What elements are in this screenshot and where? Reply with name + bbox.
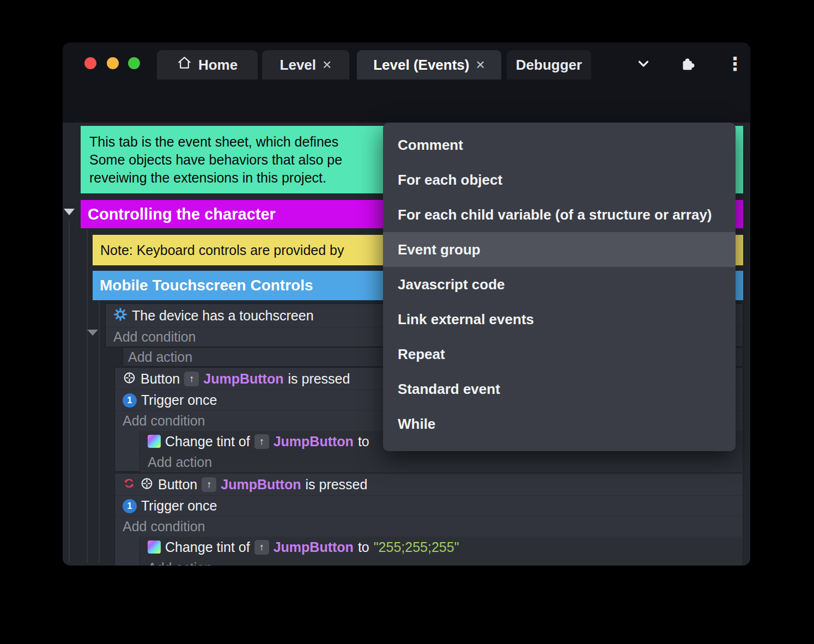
add-event-context-menu: Comment For each object For each child v… xyxy=(383,123,736,451)
tree-guide-line xyxy=(87,229,88,563)
tab-debugger[interactable]: Debugger xyxy=(507,50,591,80)
close-window-button[interactable] xyxy=(84,57,96,69)
extensions-puzzle-icon[interactable] xyxy=(677,54,697,73)
tree-guide-line xyxy=(99,300,100,563)
add-action-row[interactable]: Add action xyxy=(140,452,743,472)
chevron-down-icon[interactable] xyxy=(634,54,653,73)
minimize-window-button[interactable] xyxy=(107,57,119,69)
kebab-menu-icon[interactable]: ⋮ xyxy=(725,54,745,73)
tab-level-events[interactable]: Level (Events) × xyxy=(357,50,501,80)
gamepad-button-icon xyxy=(123,371,136,387)
tab-home[interactable]: Home xyxy=(157,50,258,80)
home-icon xyxy=(177,56,192,74)
tint-color-icon xyxy=(148,435,161,448)
menu-item-while[interactable]: While xyxy=(383,406,736,441)
menu-item-standard-event[interactable]: Standard event xyxy=(383,372,736,406)
title-bar: Home Level × Level (Events) × Debugger ⋮ xyxy=(63,42,750,80)
tab-level[interactable]: Level × xyxy=(262,50,349,80)
close-tab-icon[interactable]: × xyxy=(476,57,484,72)
action-text: Change tint of xyxy=(165,434,250,449)
object-thumbnail-icon: ↑ xyxy=(254,540,269,555)
gamepad-button-icon xyxy=(140,477,154,493)
condition-text: Trigger once xyxy=(141,498,217,514)
menu-item-event-group[interactable]: Event group xyxy=(383,232,736,267)
menu-item-repeat[interactable]: Repeat xyxy=(383,337,736,372)
toolbar xyxy=(63,80,750,123)
menu-item-javascript-code[interactable]: Javascript code xyxy=(383,267,736,302)
close-tab-icon[interactable]: × xyxy=(323,57,331,72)
trigger-once-icon: 1 xyxy=(123,393,137,408)
condition-row[interactable]: Button ↑ JumpButton is pressed xyxy=(115,473,743,495)
collapse-event-triangle[interactable] xyxy=(87,330,98,336)
app-window: Home Level × Level (Events) × Debugger ⋮ xyxy=(63,42,750,566)
object-name: JumpButton xyxy=(274,434,354,449)
trigger-once-icon: 1 xyxy=(123,499,137,513)
invert-condition-icon xyxy=(123,477,136,492)
add-action-link[interactable]: Add action xyxy=(148,560,212,566)
tree-guide-line xyxy=(69,220,70,563)
object-name: JumpButton xyxy=(203,371,283,387)
condition-text: Trigger once xyxy=(141,392,217,408)
condition-text: Button xyxy=(158,477,197,493)
condition-text: is pressed xyxy=(305,477,367,493)
object-thumbnail-icon: ↑ xyxy=(184,372,199,386)
condition-text: is pressed xyxy=(288,371,350,387)
action-text: to xyxy=(358,539,369,555)
add-condition-link[interactable]: Add condition xyxy=(123,519,205,534)
collapse-group-triangle[interactable] xyxy=(64,209,75,215)
action-text: to xyxy=(358,434,369,449)
group-title: Controlling the character xyxy=(88,205,276,223)
gear-icon xyxy=(113,307,127,324)
condition-text: The device has a touchscreen xyxy=(132,308,314,324)
object-thumbnail-icon: ↑ xyxy=(254,434,269,449)
condition-row[interactable]: 1 Trigger once xyxy=(115,495,743,516)
add-condition-link[interactable]: Add condition xyxy=(123,413,205,429)
condition-text: Button xyxy=(141,371,180,387)
add-condition-row[interactable]: Add condition xyxy=(115,516,743,537)
tint-color-icon xyxy=(148,540,161,554)
menu-item-for-each-object[interactable]: For each object xyxy=(383,162,736,197)
tab-label: Level xyxy=(280,57,317,74)
object-name: JumpButton xyxy=(274,539,354,555)
menu-item-comment[interactable]: Comment xyxy=(383,127,736,162)
event-jumpbutton-pressed-2[interactable]: Button ↑ JumpButton is pressed 1 Trigger… xyxy=(114,473,743,566)
object-name: JumpButton xyxy=(221,477,301,493)
action-value: "255;255;255" xyxy=(374,539,459,555)
action-text: Change tint of xyxy=(165,539,250,555)
add-action-link[interactable]: Add action xyxy=(148,454,212,470)
add-condition-link[interactable]: Add condition xyxy=(113,329,196,345)
add-action-link[interactable]: Add action xyxy=(128,349,192,365)
zoom-window-button[interactable] xyxy=(128,57,140,69)
tab-label: Debugger xyxy=(516,57,582,74)
note-text: Note: Keyboard controls are provided by xyxy=(100,242,344,258)
add-action-row[interactable]: Add action xyxy=(140,557,743,566)
menu-item-for-each-child-variable[interactable]: For each child variable (of a structure … xyxy=(383,197,736,232)
group-title: Mobile Touchscreen Controls xyxy=(100,277,313,294)
object-thumbnail-icon: ↑ xyxy=(202,477,216,492)
menu-item-link-external-events[interactable]: Link external events xyxy=(383,302,736,337)
actions-column: Change tint of ↑ JumpButton to "255;255;… xyxy=(139,537,743,566)
tab-label: Level (Events) xyxy=(373,57,469,74)
tab-label: Home xyxy=(198,57,238,74)
action-row[interactable]: Change tint of ↑ JumpButton to "255;255;… xyxy=(140,537,743,557)
